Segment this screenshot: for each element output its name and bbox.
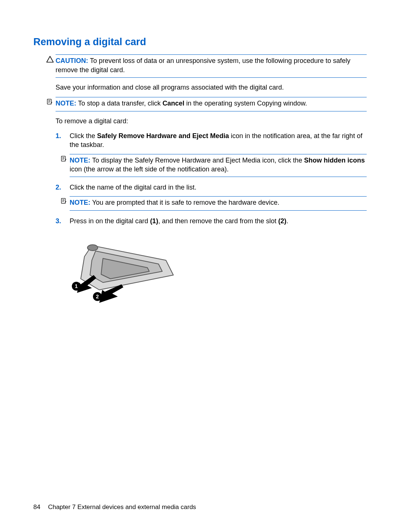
note-text: NOTE: To display the Safely Remove Hardw… (70, 157, 365, 173)
step-number: 2. (56, 183, 61, 192)
rule (70, 210, 367, 211)
nested-note-wrap: NOTE: To display the Safely Remove Hardw… (70, 154, 367, 177)
rule (56, 111, 367, 111)
step1-pre: Click the (70, 132, 97, 140)
step-body: Click the Safely Remove Hardware and Eje… (70, 131, 367, 150)
step1-note-post: icon (the arrow at the left side of the … (70, 165, 229, 173)
note-callout: NOTE: To stop a data transfer, click Can… (56, 97, 367, 108)
caution-callout: CAUTION: To prevent loss of data or an u… (56, 55, 367, 75)
step-body: Click the name of the digital card in th… (70, 183, 367, 192)
note1-bold: Cancel (163, 100, 184, 107)
step1-note-pre: To display the Safely Remove Hardware an… (92, 157, 304, 164)
step-number: 3. (56, 217, 61, 225)
step-3: 3. Press in on the digital card (1), and… (56, 217, 367, 225)
note1-after: in the operating system Copying window. (184, 100, 307, 107)
rule (56, 77, 367, 78)
caution-text: CAUTION: To prevent loss of data or an u… (56, 57, 350, 73)
step3-mid: , and then remove the card from the slot (158, 217, 278, 225)
step-number: 1. (56, 131, 61, 140)
nested-note-wrap: NOTE: You are prompted that it is safe t… (70, 196, 367, 210)
svg-marker-0 (47, 56, 53, 62)
intro-line: To remove a digital card: (56, 117, 367, 126)
caution-label: CAUTION: (56, 57, 88, 64)
step2-note-text: You are prompted that it is safe to remo… (92, 199, 280, 206)
note-label: NOTE: (70, 157, 90, 164)
section-heading: Removing a digital card (33, 35, 367, 48)
page-number: 84 (33, 503, 40, 511)
document-page: Removing a digital card CAUTION: To prev… (0, 0, 400, 532)
note-callout: NOTE: You are prompted that it is safe t… (70, 197, 367, 208)
caution-icon (46, 56, 54, 63)
note-text: NOTE: You are prompted that it is safe t… (70, 199, 279, 206)
step3-b1: (1) (150, 217, 158, 225)
step-1: 1. Click the Safely Remove Hardware and … (56, 131, 367, 177)
note-icon (46, 98, 54, 105)
note-icon (60, 198, 68, 204)
step3-b2: (2) (278, 217, 286, 225)
page-footer: 84 Chapter 7 External devices and extern… (33, 503, 196, 512)
paragraph-save-info: Save your information and close all prog… (56, 83, 367, 92)
svg-text:1: 1 (75, 283, 78, 289)
note-label: NOTE: (56, 100, 76, 107)
step3-pre: Press in on the digital card (70, 217, 150, 225)
rule (70, 177, 367, 177)
caution-body: To prevent loss of data or an unresponsi… (56, 57, 350, 73)
digital-card-illustration: 1 2 (70, 234, 181, 308)
note-callout: NOTE: To display the Safely Remove Hardw… (70, 154, 367, 175)
svg-point-16 (87, 245, 98, 251)
step-body: Press in on the digital card (1), and th… (70, 217, 367, 225)
step3-end: . (286, 217, 288, 225)
svg-text:2: 2 (96, 294, 99, 300)
step1-note-bold: Show hidden icons (304, 157, 365, 164)
ordered-steps: 1. Click the Safely Remove Hardware and … (56, 131, 367, 225)
note-label: NOTE: (70, 199, 90, 206)
step1-bold: Safely Remove Hardware and Eject Media (97, 132, 229, 140)
body-area: CAUTION: To prevent loss of data or an u… (56, 54, 367, 308)
chapter-label: Chapter 7 External devices and external … (48, 503, 196, 511)
note1-before: To stop a data transfer, click (78, 100, 163, 107)
step-2: 2. Click the name of the digital card in… (56, 183, 367, 211)
note-icon (60, 155, 68, 162)
note-text: NOTE: To stop a data transfer, click Can… (56, 100, 307, 107)
